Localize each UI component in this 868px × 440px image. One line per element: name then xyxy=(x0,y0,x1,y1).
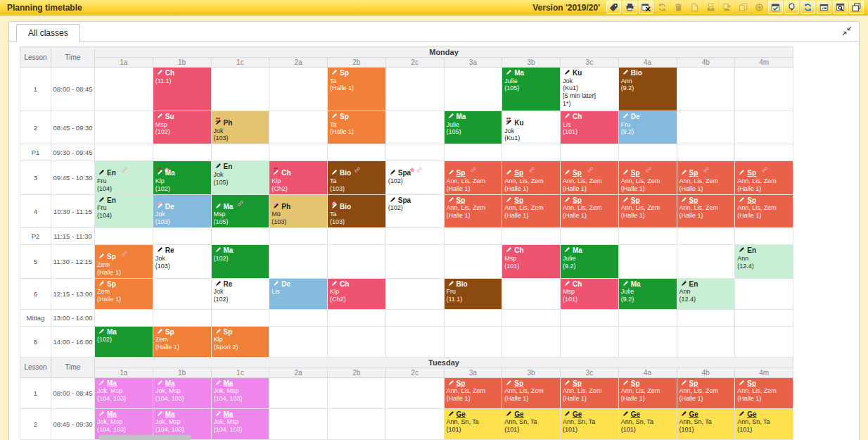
lesson-block[interactable]: SpZem(Halle 1) xyxy=(153,327,211,357)
search-window-icon[interactable] xyxy=(833,1,848,14)
cell-4m[interactable]: GeAnn, Sn, Ta(101) xyxy=(735,408,793,439)
cell-1a[interactable]: Ma(102) xyxy=(95,326,153,357)
cell-2a[interactable] xyxy=(269,228,328,245)
cell-4m[interactable] xyxy=(735,144,793,161)
cell-1c[interactable] xyxy=(211,309,269,326)
lesson-block[interactable]: GeAnn, Sn, Ta(101) xyxy=(619,409,677,439)
cell-1b[interactable]: MaKlp(102) xyxy=(153,161,211,194)
cell-3b[interactable] xyxy=(502,228,561,245)
delete-window-icon[interactable] xyxy=(639,1,653,14)
lesson-block[interactable]: DeJok(103) xyxy=(153,195,211,227)
lesson-block[interactable]: SpAnn, Lis, Zem(Halle 1) xyxy=(677,161,735,194)
cell-3a[interactable] xyxy=(444,326,502,357)
cell-4a[interactable] xyxy=(618,309,677,326)
lesson-block[interactable]: GeAnn, Sn, Ta(101) xyxy=(735,409,793,439)
cell-2c[interactable]: Spa(102) xyxy=(385,194,444,227)
cell-1a[interactable] xyxy=(95,228,153,245)
cell-3b[interactable]: GeAnn, Sn, Ta(101) xyxy=(502,408,561,439)
lesson-block[interactable]: GeAnn, Sn, Ta(101) xyxy=(445,409,502,439)
lesson-block[interactable]: KuJok(Ku1)[5 min later]1*) xyxy=(561,68,618,111)
lesson-block[interactable]: SpAnn, Lis, Zem(Halle 1) xyxy=(445,195,502,227)
cell-4m[interactable]: SpAnn, Lis, Zem(Halle 1) xyxy=(735,194,793,227)
cell-3c[interactable] xyxy=(561,326,619,357)
lesson-block[interactable]: BioTa(103) xyxy=(328,195,385,227)
cell-1a[interactable] xyxy=(95,68,153,111)
cell-4a[interactable] xyxy=(618,228,677,245)
print-icon[interactable] xyxy=(623,1,637,14)
lesson-block[interactable]: DeLis xyxy=(269,279,327,309)
cell-2b[interactable] xyxy=(328,245,386,278)
lesson-block[interactable]: SpAnn, Lis, Zem(Halle 1) xyxy=(502,378,560,408)
lesson-block[interactable]: SpAnn, Lis, Zem(Halle 1) xyxy=(735,195,793,227)
cell-1a[interactable]: EnFru(104) xyxy=(95,194,153,227)
cell-4a[interactable] xyxy=(618,144,677,161)
lesson-block[interactable]: SpTa(Halle 1) xyxy=(328,68,385,111)
cell-3b[interactable]: MaJulie(105) xyxy=(502,68,561,111)
cell-4a[interactable] xyxy=(618,326,677,357)
cell-3a[interactable]: SpAnn, Lis, Zem(Halle 1) xyxy=(444,194,502,227)
lesson-block[interactable]: SpAnn, Lis, Zem(Halle 1) xyxy=(502,161,560,194)
cell-3a[interactable]: MaJulie(105) xyxy=(444,111,502,144)
lesson-block[interactable]: MaJulie(9.2) xyxy=(619,279,677,309)
lesson-block[interactable]: SuMsp(102) xyxy=(153,111,211,144)
cell-3a[interactable] xyxy=(444,68,502,111)
cell-2c[interactable] xyxy=(385,309,444,326)
lesson-block[interactable]: SpAnn, Lis, Zem(Halle 1) xyxy=(619,195,677,227)
lesson-block[interactable]: SpTa(Halle 1) xyxy=(328,111,385,144)
cell-1c[interactable] xyxy=(211,68,269,111)
cell-2c[interactable] xyxy=(385,326,444,357)
lesson-block[interactable]: SpZem(Halle 1) xyxy=(95,245,153,277)
cell-3b[interactable] xyxy=(502,278,561,309)
lesson-block[interactable]: SpAnn, Lis, Zem(Halle 1) xyxy=(445,161,502,194)
cell-1a[interactable]: EnFru(104) xyxy=(95,161,153,194)
lesson-block[interactable]: MaJok, Msp(104, 103) xyxy=(212,409,269,439)
cell-4b[interactable] xyxy=(677,111,735,144)
cell-3c[interactable]: SpAnn, Lis, Zem(Halle 1) xyxy=(561,377,619,408)
lesson-block[interactable]: EnAnn(12.4) xyxy=(735,245,793,277)
lesson-block[interactable]: SpAnn, Lis, Zem(Halle 1) xyxy=(561,378,618,408)
lesson-block[interactable]: SpAnn, Lis, Zem(Halle 1) xyxy=(445,378,502,408)
cell-1c[interactable]: SpKlp(Sport 2) xyxy=(211,326,269,357)
cell-3a[interactable] xyxy=(444,309,502,326)
cell-2c[interactable]: Spa(102) xyxy=(385,161,444,194)
lesson-block[interactable]: SpAnn, Lis, Zem(Halle 1) xyxy=(677,378,735,408)
cell-1c[interactable]: PhJok(103) xyxy=(211,111,269,144)
cell-2b[interactable] xyxy=(328,377,386,408)
cell-2b[interactable] xyxy=(328,408,386,439)
cell-2c[interactable] xyxy=(385,68,444,111)
cell-3c[interactable]: MaJulie(9.2) xyxy=(561,245,619,278)
lesson-block[interactable]: SpKlp(Sport 2) xyxy=(212,327,269,357)
cell-2b[interactable]: SpTa(Halle 1) xyxy=(328,68,386,111)
lesson-block[interactable]: Ma(102) xyxy=(95,327,153,357)
cell-3c[interactable]: SpAnn, Lis, Zem(Halle 1) xyxy=(561,161,619,194)
cell-4m[interactable] xyxy=(735,326,793,357)
lightbulb-icon[interactable] xyxy=(784,1,799,14)
lesson-block[interactable]: GeAnn, Sn, Ta(101) xyxy=(677,409,735,439)
cell-3b[interactable] xyxy=(502,326,561,357)
cell-3a[interactable] xyxy=(444,245,502,278)
lesson-block[interactable]: MaJulie(105) xyxy=(502,68,560,111)
cell-4b[interactable] xyxy=(677,144,735,161)
lesson-block[interactable]: BioFru(11.1) xyxy=(445,279,502,309)
cell-3b[interactable]: ChMsp(101) xyxy=(502,245,561,278)
cell-4m[interactable] xyxy=(735,228,793,245)
cell-1b[interactable]: ReJok(103) xyxy=(153,245,211,278)
cell-1b[interactable]: SpZem(Halle 1) xyxy=(153,326,211,357)
cell-2b[interactable]: BioTa(103) xyxy=(328,161,386,194)
lesson-block[interactable]: ChKlp(Ch2) xyxy=(328,279,385,309)
lesson-block[interactable]: Ch(11.1) xyxy=(153,68,211,111)
cell-4m[interactable] xyxy=(735,111,793,144)
cell-4b[interactable] xyxy=(677,326,735,357)
lesson-block[interactable]: MaJulie(9.2) xyxy=(561,245,618,277)
cell-2b[interactable] xyxy=(328,326,386,357)
cell-4m[interactable]: SpAnn, Lis, Zem(Halle 1) xyxy=(735,161,793,194)
cell-1c[interactable]: ReJok(102) xyxy=(211,278,269,309)
cell-3c[interactable]: KuJok(Ku1)[5 min later]1*) xyxy=(561,68,619,111)
cell-1c[interactable]: Ma(102) xyxy=(211,245,269,278)
lesson-block[interactable]: GeAnn, Sn, Ta(101) xyxy=(502,409,560,439)
cell-3a[interactable]: SpAnn, Lis, Zem(Halle 1) xyxy=(444,161,502,194)
cell-2a[interactable]: ChKlp(Ch2) xyxy=(269,161,328,194)
cell-2c[interactable] xyxy=(385,144,444,161)
cell-3c[interactable] xyxy=(561,228,619,245)
cell-3b[interactable]: SpAnn, Lis, Zem(Halle 1) xyxy=(502,377,561,408)
